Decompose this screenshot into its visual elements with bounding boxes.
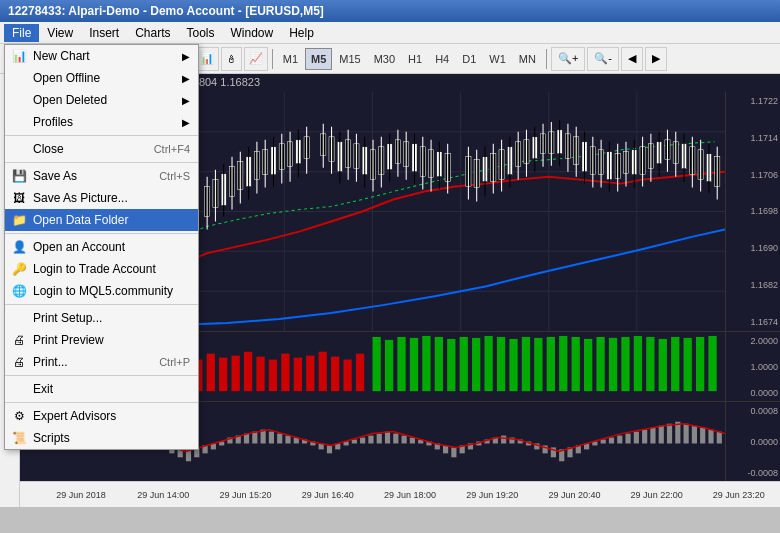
print-preview-label: Print Preview: [33, 333, 104, 347]
svg-rect-174: [397, 337, 405, 391]
exit-label: Exit: [33, 382, 53, 396]
menu-charts[interactable]: Charts: [127, 24, 178, 42]
menu-tools[interactable]: Tools: [179, 24, 223, 42]
save-as-icon: 💾: [11, 168, 27, 184]
svg-rect-223: [306, 356, 314, 391]
chart-candle-button[interactable]: 🕯: [221, 47, 242, 71]
time-6: 29 Jun 19:20: [451, 490, 533, 500]
svg-rect-192: [621, 337, 629, 391]
sep-1: [5, 135, 198, 136]
data-folder-icon: 📁: [11, 212, 27, 228]
menu-item-scripts[interactable]: 📜 Scripts: [5, 427, 198, 449]
menu-item-open-deleted[interactable]: Open Deleted ▶: [5, 89, 198, 111]
period-btn-m30[interactable]: M30: [368, 48, 401, 70]
new-chart-label: New Chart: [33, 49, 90, 63]
svg-rect-305: [659, 426, 664, 444]
svg-rect-217: [232, 356, 240, 391]
open-account-icon: 👤: [11, 239, 27, 255]
scroll-left-button[interactable]: ◀: [621, 47, 643, 71]
expert-advisors-label: Expert Advisors: [33, 409, 116, 423]
period-btn-m5[interactable]: M5: [305, 48, 332, 70]
menu-item-profiles[interactable]: Profiles ▶: [5, 111, 198, 133]
period-btn-m15[interactable]: M15: [333, 48, 366, 70]
menu-item-save-as[interactable]: 💾 Save As Ctrl+S: [5, 165, 198, 187]
zoom-out-button[interactable]: 🔍-: [587, 47, 619, 71]
menu-item-open-offline[interactable]: Open Offline ▶: [5, 67, 198, 89]
menu-item-exit[interactable]: Exit: [5, 378, 198, 400]
svg-rect-218: [244, 352, 252, 391]
sep-2: [5, 162, 198, 163]
period-btn-m1[interactable]: M1: [277, 48, 304, 70]
svg-rect-181: [484, 336, 492, 391]
svg-rect-260: [285, 436, 290, 444]
toolbar-sep-4: [546, 49, 547, 69]
menu-item-open-account[interactable]: 👤 Open an Account: [5, 236, 198, 258]
menu-item-expert-advisors[interactable]: ⚙ Expert Advisors: [5, 405, 198, 427]
login-mql5-icon: 🌐: [11, 283, 27, 299]
svg-rect-298: [601, 440, 606, 444]
menu-file[interactable]: File: [4, 24, 39, 42]
time-7: 29 Jun 20:40: [533, 490, 615, 500]
scroll-right-button[interactable]: ▶: [645, 47, 667, 71]
menu-item-print-preview[interactable]: 🖨 Print Preview: [5, 329, 198, 351]
time-3: 29 Jun 15:20: [204, 490, 286, 500]
period-btn-h4[interactable]: H4: [429, 48, 455, 70]
open-account-label: Open an Account: [33, 240, 125, 254]
svg-rect-304: [650, 428, 655, 444]
svg-rect-186: [547, 337, 555, 391]
open-offline-arrow: ▶: [182, 73, 190, 84]
menu-window[interactable]: Window: [223, 24, 282, 42]
svg-rect-190: [596, 337, 604, 391]
svg-rect-182: [497, 337, 505, 391]
menu-view[interactable]: View: [39, 24, 81, 42]
svg-rect-312: [717, 432, 722, 444]
svg-rect-227: [356, 354, 364, 391]
toolbar-sep-3: [272, 49, 273, 69]
login-trade-label: Login to Trade Account: [33, 262, 156, 276]
svg-rect-215: [207, 354, 215, 391]
data-folder-label: Open Data Folder: [33, 213, 128, 227]
menu-item-print[interactable]: 🖨 Print... Ctrl+P: [5, 351, 198, 373]
svg-rect-194: [646, 337, 654, 391]
period-btn-h1[interactable]: H1: [402, 48, 428, 70]
time-9: 29 Jun 23:20: [698, 490, 780, 500]
svg-rect-177: [435, 337, 443, 391]
svg-rect-187: [559, 336, 567, 391]
period-btn-w1[interactable]: W1: [483, 48, 512, 70]
menu-bar: File View Insert Charts Tools Window Hel…: [0, 22, 780, 44]
svg-rect-189: [584, 339, 592, 391]
zoom-in-button[interactable]: 🔍+: [551, 47, 585, 71]
svg-rect-272: [385, 432, 390, 444]
menu-item-login-mql5[interactable]: 🌐 Login to MQL5.community: [5, 280, 198, 302]
period-btn-d1[interactable]: D1: [456, 48, 482, 70]
svg-rect-198: [696, 337, 704, 391]
chart-line-button[interactable]: 📈: [244, 47, 268, 71]
menu-item-new-chart[interactable]: 📊 New Chart ▶: [5, 45, 198, 67]
period-btn-mn[interactable]: MN: [513, 48, 542, 70]
scripts-label: Scripts: [33, 431, 70, 445]
menu-item-save-as-picture[interactable]: 🖼 Save As Picture...: [5, 187, 198, 209]
menu-help[interactable]: Help: [281, 24, 322, 42]
svg-rect-270: [368, 436, 373, 444]
expert-advisors-icon: ⚙: [11, 408, 27, 424]
svg-rect-225: [331, 357, 339, 392]
sep-5: [5, 375, 198, 376]
save-picture-label: Save As Picture...: [33, 191, 128, 205]
svg-rect-175: [410, 338, 418, 391]
menu-item-open-data-folder[interactable]: 📁 Open Data Folder: [5, 209, 198, 231]
svg-rect-268: [352, 440, 357, 444]
svg-rect-196: [671, 337, 679, 391]
svg-rect-220: [269, 360, 277, 392]
svg-rect-259: [277, 434, 282, 444]
open-offline-label: Open Offline: [33, 71, 100, 85]
menu-item-close[interactable]: Close Ctrl+F4: [5, 138, 198, 160]
save-as-label: Save As: [33, 169, 77, 183]
menu-item-print-setup[interactable]: Print Setup...: [5, 307, 198, 329]
menu-item-login-trade[interactable]: 🔑 Login to Trade Account: [5, 258, 198, 280]
menu-insert[interactable]: Insert: [81, 24, 127, 42]
period-buttons: M1M5M15M30H1H4D1W1MN: [277, 48, 542, 70]
print-setup-label: Print Setup...: [33, 311, 102, 325]
svg-rect-195: [659, 339, 667, 391]
sep-6: [5, 402, 198, 403]
svg-rect-269: [360, 438, 365, 444]
